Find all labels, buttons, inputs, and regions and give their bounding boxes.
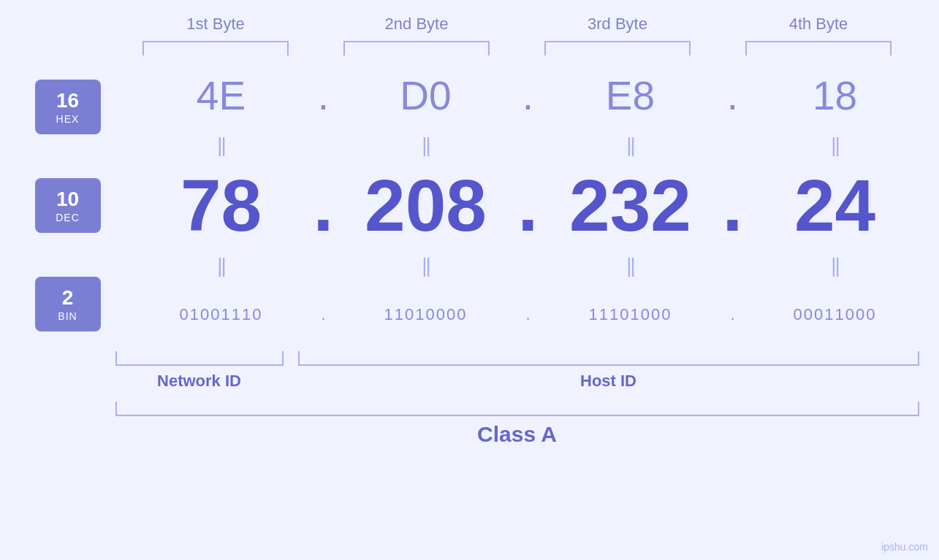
eq2-4: || — [755, 254, 916, 277]
content-area: 16 HEX 10 DEC 2 BIN 4E . — [20, 63, 919, 348]
hex-row: 4E . D0 . E8 . 18 — [137, 63, 919, 129]
byte1-header: 1st Byte — [135, 15, 296, 34]
hex-value-3: E8 — [550, 72, 711, 119]
bin-value-2: 11010000 — [346, 305, 506, 324]
bottom-brackets-row — [115, 351, 919, 366]
bin-value-3: 11101000 — [550, 305, 711, 324]
main-container: 1st Byte 2nd Byte 3rd Byte 4th Byte 16 H… — [0, 0, 939, 560]
dec-value-4: 24 — [755, 169, 916, 242]
eq1-4: || — [755, 134, 916, 157]
dec-badge: 10 DEC — [35, 178, 101, 233]
hex-dot-2: . — [514, 72, 543, 119]
bin-value-1: 01001110 — [141, 305, 302, 324]
eq2-1: || — [141, 254, 302, 277]
dec-row: 78 . 208 . 232 . 24 — [137, 161, 919, 249]
class-label: Class A — [115, 422, 919, 447]
hex-dot-3: . — [718, 72, 748, 119]
bin-badge: 2 BIN — [35, 277, 101, 331]
host-id-bracket — [298, 351, 919, 366]
network-id-label: Network ID — [115, 372, 284, 391]
watermark: ipshu.com — [881, 541, 928, 553]
bottom-section: Network ID Host ID — [115, 351, 919, 391]
equals-row-2: || || || || — [137, 249, 919, 282]
hex-value-4: 18 — [755, 72, 916, 119]
dec-number: 10 — [56, 187, 79, 212]
dec-value-3: 232 — [550, 169, 711, 242]
dec-value-2: 208 — [346, 169, 506, 242]
hex-badge: 16 HEX — [35, 80, 101, 134]
top-bracket-2 — [343, 41, 490, 55]
hex-value-1: 4E — [141, 72, 302, 119]
byte-headers: 1st Byte 2nd Byte 3rd Byte 4th Byte — [115, 15, 919, 34]
byte4-header: 4th Byte — [738, 15, 899, 34]
top-bracket-3 — [544, 41, 691, 55]
labels-column: 16 HEX 10 DEC 2 BIN — [35, 80, 101, 331]
class-section: Class A — [115, 402, 919, 447]
class-bracket — [115, 402, 919, 416]
byte2-header: 2nd Byte — [336, 15, 497, 34]
dec-value-1: 78 — [141, 169, 302, 242]
bin-value-4: 00011000 — [755, 305, 916, 324]
hex-label: HEX — [56, 113, 80, 125]
values-grid: 4E . D0 . E8 . 18 — [137, 63, 919, 348]
bin-dot-2: . — [514, 305, 543, 324]
network-id-bracket — [115, 351, 284, 366]
hex-value-2: D0 — [346, 72, 506, 119]
top-bracket-4 — [745, 41, 892, 55]
bin-row: 01001110 . 11010000 . 11101000 . — [137, 282, 919, 348]
dec-label: DEC — [56, 212, 80, 223]
equals-row-1: || || || || — [137, 129, 919, 161]
byte3-header: 3rd Byte — [537, 15, 698, 34]
dec-dot-1: . — [309, 164, 338, 248]
bin-label: BIN — [58, 310, 77, 322]
host-id-label: Host ID — [298, 372, 919, 391]
bin-number: 2 — [62, 285, 74, 310]
hex-dot-1: . — [309, 72, 338, 119]
eq2-3: || — [550, 254, 711, 277]
eq1-2: || — [346, 134, 506, 157]
dec-dot-3: . — [718, 164, 748, 248]
eq1-1: || — [141, 134, 302, 157]
bottom-labels-row: Network ID Host ID — [115, 372, 919, 391]
dec-dot-2: . — [514, 164, 543, 248]
eq1-3: || — [550, 134, 711, 157]
bin-dot-3: . — [718, 305, 748, 324]
top-brackets — [115, 41, 919, 55]
top-bracket-1 — [142, 41, 289, 55]
eq2-2: || — [346, 254, 506, 277]
hex-number: 16 — [56, 88, 79, 113]
bin-dot-1: . — [309, 305, 338, 324]
